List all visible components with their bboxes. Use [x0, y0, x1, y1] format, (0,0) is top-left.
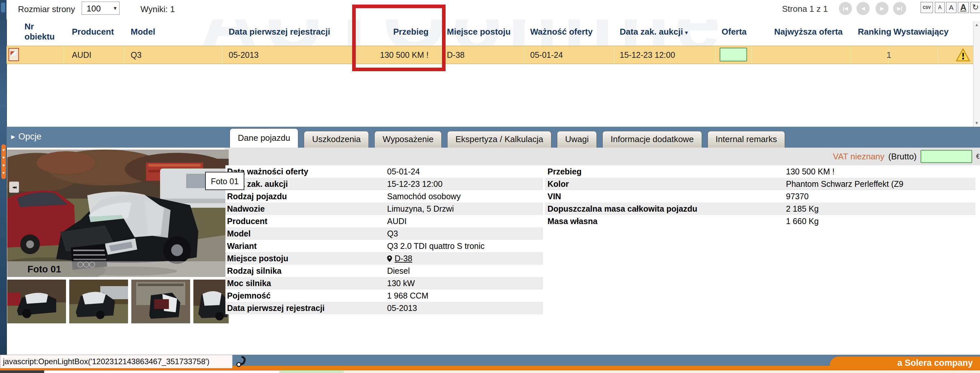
column-header-nr-obiektu[interactable]: Nr obiektu — [24, 22, 64, 42]
pointer-cursor-icon — [234, 356, 246, 369]
detail-row: VIN97370 — [545, 190, 975, 203]
csv-export-button[interactable]: CSV — [921, 2, 933, 13]
detail-row: KolorPhantom Schwarz Perleffekt (Z9 — [545, 178, 975, 190]
photo-thumbnails — [7, 279, 229, 323]
detail-value: Q3 — [387, 229, 398, 238]
results-count: Wyniki: 1 — [140, 4, 175, 14]
detail-row: ModelQ3 — [225, 227, 543, 240]
location-pin-icon — [387, 256, 392, 262]
detail-row: Masa własna1 660 Kg — [545, 215, 975, 227]
vat-suffix: (Brutto) — [888, 152, 916, 162]
photo-caption: Foto 01 — [7, 261, 229, 277]
cell-producent: AUDI — [72, 46, 91, 64]
refresh-button[interactable]: ↻ — [970, 2, 980, 13]
thumbnail-1[interactable] — [7, 279, 66, 323]
column-header-ranking[interactable]: Ranking — [858, 27, 891, 37]
vat-status: VAT nieznany — [833, 152, 885, 162]
solera-brand: a Solera company — [830, 357, 980, 370]
table-scrollbar[interactable]: ▲ ▼ — [973, 21, 980, 127]
tab[interactable]: Uszkodzenia — [304, 131, 369, 148]
detail-value: 1 660 Kg — [786, 217, 819, 226]
results-table-header: Nr obiektu Producent Model Data pierwsze… — [6, 20, 974, 43]
tab[interactable]: Uwagi — [557, 131, 597, 148]
tab[interactable]: Informacje dodatkowe — [602, 131, 702, 148]
scroll-up-icon[interactable]: ▲ — [974, 22, 980, 27]
select-arrow-icon: ▾ — [114, 5, 117, 12]
detail-row: NadwozieLimuzyna, 5 Drzwi — [225, 203, 543, 215]
vehicle-details-left: Data ważności oferty05-01-24 Data zak. a… — [225, 165, 543, 314]
detail-row: Dopuszczalna masa całkowita pojazdu2 185… — [545, 203, 975, 215]
sort-down-icon: ▾ — [685, 29, 688, 36]
detail-row: WariantQ3 2.0 TDI quattro S tronic — [225, 240, 543, 252]
options-bar: ▶Opcje Dane pojazduUszkodzeniaWyposażeni… — [6, 127, 980, 148]
tab[interactable]: Wyposażenie — [374, 131, 442, 148]
scroll-down-icon[interactable]: ▼ — [974, 121, 980, 125]
tab[interactable]: Ekspertyza / Kalkulacja — [447, 131, 551, 148]
font-size-small-button[interactable]: A — [935, 2, 945, 13]
detail-row: Data pierwszej rejestracji05-2013 — [225, 302, 543, 314]
toolbar: Rozmiar strony 100 ▾ Wyniki: 1 Strona 1 … — [6, 0, 980, 20]
detail-value: 130 500 KM ! — [786, 167, 835, 176]
column-header-oferta[interactable]: Oferta — [722, 27, 747, 37]
detail-row: Rodzaj pojazduSamochód osobowy — [225, 190, 543, 203]
row-photo-icon[interactable] — [8, 48, 19, 61]
column-header-miejsce-postoju[interactable]: Miejsce postoju — [447, 27, 511, 37]
currency-symbol: € — [976, 152, 979, 161]
font-size-large-button[interactable]: A — [958, 2, 969, 13]
cell-data-pierwszej-rejestracji: 05-2013 — [229, 46, 259, 64]
vat-bid-input[interactable] — [921, 150, 972, 163]
red-annotation-rectangle — [352, 5, 445, 71]
detail-row: Moc silnika130 kW — [225, 277, 543, 289]
thumbnail-2[interactable] — [69, 279, 128, 323]
column-header-wystawiajacy[interactable]: Wystawiający — [893, 27, 949, 37]
photo-collapse-button[interactable]: ◂◂ — [9, 182, 19, 193]
detail-row: Pojemność1 968 CCM — [225, 289, 543, 302]
cell-data-zak-aukcji: 15-12-23 12:00 — [620, 46, 675, 64]
next-page-button[interactable]: ▶ — [875, 2, 889, 15]
detail-value: Limuzyna, 5 Drzwi — [387, 204, 454, 213]
warning-icon[interactable] — [956, 48, 970, 61]
left-rail — [0, 0, 7, 373]
bottom-edge-strip — [0, 370, 980, 373]
vat-band: VAT nieznany (Brutto) € — [225, 148, 980, 165]
detail-row: Rodzaj silnikaDiesel — [225, 265, 543, 277]
detail-value: 1 968 CCM — [387, 291, 428, 300]
detail-value: Diesel — [387, 266, 410, 275]
detail-row: Przebieg130 500 KM ! — [545, 165, 975, 178]
last-page-button[interactable]: ▶| — [893, 2, 906, 15]
detail-value: AUDI — [387, 217, 407, 226]
column-header-model[interactable]: Model — [130, 27, 155, 37]
font-size-medium-button[interactable]: A — [946, 2, 956, 13]
auction-row[interactable]: AUDI Q3 05-2013 130 500 KM ! D-38 05-01-… — [6, 46, 980, 64]
cell-waznosc-oferty: 05-01-24 — [530, 46, 563, 64]
column-header-producent[interactable]: Producent — [72, 27, 114, 37]
panel-collapse-handle[interactable] — [1, 144, 6, 179]
vehicle-photo[interactable]: Foto 01 — [7, 149, 229, 277]
column-header-najwyzsza-oferta[interactable]: Najwyższa oferta — [774, 27, 843, 37]
cell-miejsce-postoju: D-38 — [447, 46, 465, 64]
thumbnail-4[interactable] — [193, 279, 229, 323]
prev-page-button[interactable]: ◀ — [856, 2, 870, 15]
detail-value: Phantom Schwarz Perleffekt (Z9 — [786, 179, 903, 189]
app-root: AUTOonline Rozmiar strony 100 ▾ Wyniki: … — [0, 0, 980, 373]
detail-value: Q3 2.0 TDI quattro S tronic — [387, 241, 484, 251]
page-size-select[interactable]: 100 ▾ — [82, 2, 119, 15]
options-toggle[interactable]: ▶Opcje — [11, 132, 41, 142]
column-header-waznosc-oferty[interactable]: Ważność oferty — [530, 27, 593, 37]
bid-input[interactable] — [720, 48, 747, 61]
column-header-data-pierwszej-rejestracji[interactable]: Data pierwszej rejestracji — [229, 27, 330, 37]
detail-tabs: Dane pojazduUszkodzeniaWyposażenieEksper… — [230, 129, 785, 148]
thumbnail-3[interactable] — [131, 279, 190, 323]
tab[interactable]: Dane pojazdu — [230, 129, 298, 148]
detail-value: 15-12-23 12:00 — [387, 179, 442, 189]
options-arrow-icon: ▶ — [11, 134, 15, 140]
tab[interactable]: Internal remarks — [708, 131, 785, 148]
first-page-button[interactable]: |◀ — [839, 2, 852, 15]
detail-value: 130 kW — [387, 279, 415, 288]
detail-value: 2 185 Kg — [786, 204, 819, 213]
column-header-data-zak-aukcji[interactable]: Data zak. aukcji▾ — [620, 27, 688, 37]
photo-hover-tooltip: Foto 01 — [205, 172, 244, 190]
detail-value: Samochód osobowy — [387, 192, 461, 201]
detail-row: Data ważności oferty05-01-24 — [225, 165, 543, 178]
vehicle-details-right: Przebieg130 500 KM ! KolorPhantom Schwar… — [545, 165, 975, 227]
